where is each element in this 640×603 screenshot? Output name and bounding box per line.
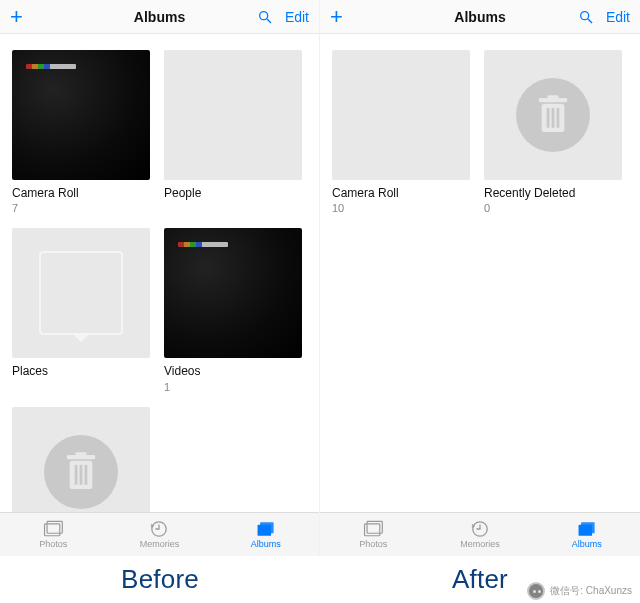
svg-rect-6 [80,465,83,485]
watermark-text: 微信号: ChaXunzs [550,584,632,598]
wechat-icon [527,582,545,600]
svg-rect-17 [547,95,558,98]
tab-label: Memories [140,539,180,549]
add-button[interactable]: + [10,6,23,28]
edit-button[interactable]: Edit [285,9,309,25]
tab-label: Albums [572,539,602,549]
album-thumbnail [484,50,622,180]
search-icon[interactable] [257,9,273,25]
tab-memories[interactable]: Memories [427,513,534,556]
album-thumbnail [164,228,302,358]
svg-rect-16 [539,98,567,102]
tabbar: Photos Memories Albums [0,512,319,556]
album-thumbnail [12,407,150,512]
edit-button[interactable]: Edit [606,9,630,25]
tab-label: Photos [359,539,387,549]
album-count: 10 [332,202,470,214]
album-item[interactable]: Camera Roll 7 [12,50,150,214]
svg-line-1 [267,19,271,23]
svg-point-0 [260,11,268,19]
tab-label: Memories [460,539,500,549]
album-label: Camera Roll [12,186,150,200]
svg-rect-25 [581,522,595,533]
footer-label-before: Before [0,556,320,603]
search-icon[interactable] [578,9,594,25]
svg-line-14 [588,19,592,23]
navbar-title: Albums [454,9,505,25]
svg-point-13 [581,11,589,19]
tab-label: Photos [39,539,67,549]
svg-rect-20 [557,108,560,128]
album-item[interactable]: Videos 1 [164,228,302,392]
add-button[interactable]: + [330,6,343,28]
svg-rect-7 [85,465,88,485]
svg-rect-3 [67,455,95,459]
tab-photos[interactable]: Photos [0,513,106,556]
album-thumbnail [12,50,150,180]
svg-rect-12 [260,522,274,533]
tab-albums[interactable]: Albums [213,513,319,556]
album-item[interactable] [12,407,150,512]
album-thumbnail [12,228,150,358]
watermark: 微信号: ChaXunzs [527,582,632,600]
album-thumbnail [332,50,470,180]
album-label: Places [12,364,150,378]
svg-rect-4 [75,452,86,455]
album-item[interactable]: Places [12,228,150,392]
pane-after: + Albums Edit Camera Roll 10 [320,0,640,556]
album-label: Videos [164,364,302,378]
album-label: People [164,186,302,200]
navbar-title: Albums [134,9,185,25]
navbar: + Albums Edit [0,0,319,34]
svg-rect-19 [552,108,555,128]
album-count: 0 [484,202,622,214]
album-count: 1 [164,381,302,393]
svg-rect-5 [75,465,78,485]
trash-icon [44,435,118,509]
albums-grid: Camera Roll 10 Recently Deleted 0 [320,34,640,512]
album-item[interactable]: Camera Roll 10 [332,50,470,214]
album-thumbnail [164,50,302,180]
tab-memories[interactable]: Memories [106,513,212,556]
svg-rect-18 [547,108,550,128]
tab-albums[interactable]: Albums [533,513,640,556]
tab-label: Albums [251,539,281,549]
trash-icon [516,78,590,152]
albums-grid: Camera Roll 7 People Places Videos 1 [0,34,319,512]
pane-before: + Albums Edit Camera Roll 7 People [0,0,320,556]
album-item[interactable]: Recently Deleted 0 [484,50,622,214]
album-label: Recently Deleted [484,186,622,200]
album-item[interactable]: People [164,50,302,214]
tab-photos[interactable]: Photos [320,513,427,556]
navbar: + Albums Edit [320,0,640,34]
album-label: Camera Roll [332,186,470,200]
tabbar: Photos Memories Albums [320,512,640,556]
album-count: 7 [12,202,150,214]
